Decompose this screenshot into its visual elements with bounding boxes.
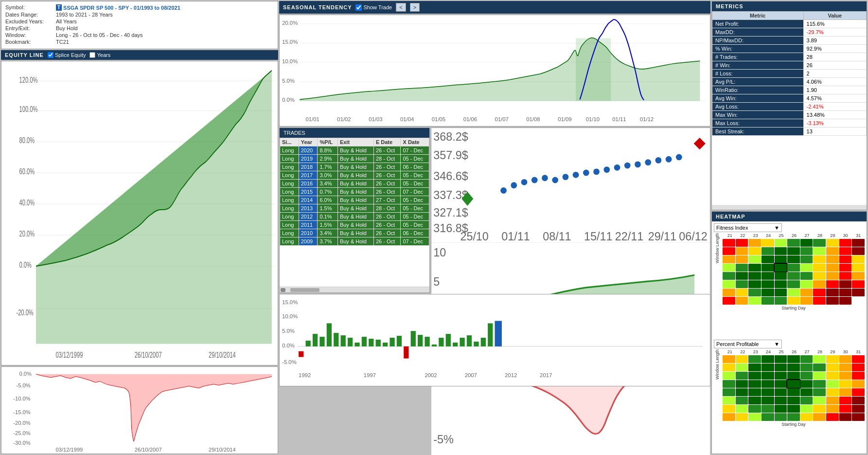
heatmap-cell[interactable] [787,372,800,380]
heatmap-cell[interactable] [839,239,852,247]
heatmap-cell[interactable] [813,388,826,396]
heatmap-cell[interactable] [787,247,800,255]
heatmap-cell[interactable] [762,289,774,296]
heatmap-cell[interactable] [852,388,865,396]
heatmap-cell[interactable] [736,380,748,388]
heatmap-cell[interactable] [826,380,839,388]
heatmap-cell[interactable] [813,380,826,388]
heatmap-cell[interactable] [762,364,774,371]
table-row[interactable]: Long 2009 3.7% Buy & Hold 26 - Oct 07 - … [280,237,429,246]
heatmap-cell[interactable] [723,405,735,413]
metrics-scrollbar[interactable] [712,205,867,210]
heatmap-cell[interactable] [787,255,800,263]
heatmap-cell[interactable] [839,380,852,388]
table-row[interactable]: Long 2016 3.4% Buy & Hold 26 - Oct 05 - … [280,180,429,188]
heatmap-cell[interactable] [852,405,865,413]
heatmap-cell[interactable] [839,280,852,288]
heatmap-cell[interactable] [748,397,761,404]
heatmap-cell[interactable] [736,289,748,296]
heatmap-cell[interactable] [800,239,813,247]
trades-table[interactable]: Si... Year %P/L Exit E Date X Date Long … [280,138,429,287]
show-trade-checkbox[interactable] [355,4,362,11]
heatmap-cell[interactable] [852,247,865,255]
heatmap-cell[interactable] [852,380,865,388]
heatmap-cell[interactable] [813,255,826,263]
heatmap-cell[interactable] [775,397,787,404]
heatmap-cell[interactable] [775,239,787,247]
heatmap-cell[interactable] [826,239,839,247]
heatmap-cell[interactable] [775,405,787,413]
heatmap-cell[interactable] [813,239,826,247]
heatmap-cell[interactable] [787,405,800,413]
heatmap-cell[interactable] [813,272,826,280]
heatmap-cell[interactable] [813,280,826,288]
trades-scrollbar[interactable] [280,287,429,292]
heatmap-cell[interactable] [826,413,839,421]
heatmap-cell[interactable] [852,364,865,371]
heatmap-cell[interactable] [736,397,748,404]
heatmap-cell[interactable] [762,264,774,272]
heatmap-cell[interactable] [852,355,865,363]
heatmap-cell[interactable] [839,372,852,380]
heatmap-cell[interactable] [826,255,839,263]
heatmap-cell[interactable] [775,264,787,272]
heatmap-cell[interactable] [736,297,748,305]
heatmap-cell[interactable] [813,405,826,413]
heatmap-cell[interactable] [852,239,865,247]
heatmap-cell[interactable] [775,255,787,263]
heatmap-cell[interactable] [775,413,787,421]
years-checkbox[interactable] [89,52,95,58]
heatmap-cell[interactable] [813,397,826,404]
heatmap-cell[interactable] [748,272,761,280]
table-row[interactable]: Long 2011 1.5% Buy & Hold 26 - Oct 05 - … [280,221,429,229]
heatmap-cell[interactable] [775,272,787,280]
heatmap-cell[interactable] [800,372,813,380]
heatmap-cell[interactable] [839,289,852,296]
heatmap-cell[interactable] [826,289,839,296]
heatmap-cell[interactable] [852,272,865,280]
heatmap-cell[interactable] [723,297,735,305]
heatmap-cell[interactable] [723,380,735,388]
heatmap-cell[interactable] [736,272,748,280]
splice-equity-checkbox-label[interactable]: Splice Equity [48,52,86,58]
heatmap-cell[interactable] [762,297,774,305]
heatmap-cell[interactable] [800,280,813,288]
heatmap-cell[interactable] [800,255,813,263]
heatmap-cell[interactable] [852,280,865,288]
heatmap-cell[interactable] [723,272,735,280]
seasonal-prev-button[interactable]: < [396,3,406,12]
heatmap-cell[interactable] [736,405,748,413]
show-trade-checkbox-label[interactable]: Show Trade [355,4,392,11]
heatmap-cell[interactable] [787,280,800,288]
heatmap-cell[interactable] [813,289,826,296]
heatmap-cell[interactable] [762,397,774,404]
heatmap-cell[interactable] [723,388,735,396]
table-row[interactable]: Long 2010 3.4% Buy & Hold 26 - Oct 06 - … [280,229,429,237]
heatmap-cell[interactable] [852,372,865,380]
heatmap-cell[interactable] [736,280,748,288]
heatmap-cell[interactable] [723,264,735,272]
heatmap-cell[interactable] [748,413,761,421]
years-checkbox-label[interactable]: Years [89,52,110,58]
heatmap-cell[interactable] [813,297,826,305]
heatmap-cell[interactable] [800,289,813,296]
heatmap-cell[interactable] [839,264,852,272]
heatmap-cell[interactable] [826,364,839,371]
heatmap-cell[interactable] [826,264,839,272]
heatmap-cell[interactable] [813,372,826,380]
heatmap-cell[interactable] [839,397,852,404]
heatmap-cell[interactable] [736,239,748,247]
heatmap-cell[interactable] [813,247,826,255]
heatmap-cell[interactable] [723,289,735,296]
heatmap-cell[interactable] [800,388,813,396]
heatmap-cell[interactable] [736,413,748,421]
heatmap-cell[interactable] [839,413,852,421]
heatmap-cell[interactable] [826,297,839,305]
heatmap-cell[interactable] [800,355,813,363]
heatmap-cell[interactable] [736,264,748,272]
table-row[interactable]: Long 2014 6.0% Buy & Hold 27 - Oct 05 - … [280,196,429,204]
heatmap-cell[interactable] [775,280,787,288]
heatmap-cell[interactable] [723,280,735,288]
splice-equity-checkbox[interactable] [48,52,53,58]
heatmap-cell[interactable] [748,388,761,396]
